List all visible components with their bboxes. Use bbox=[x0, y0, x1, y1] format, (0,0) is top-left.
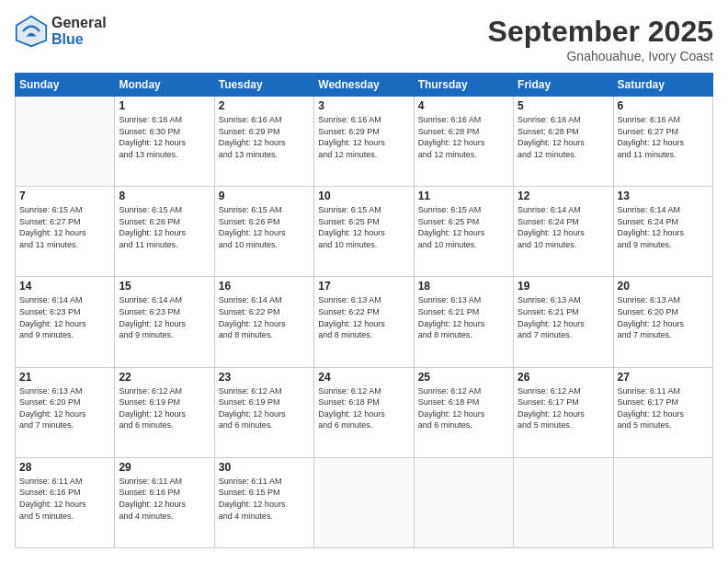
table-row: 22Sunrise: 6:12 AMSunset: 6:19 PMDayligh… bbox=[115, 367, 214, 457]
table-row bbox=[514, 457, 613, 547]
day-number: 18 bbox=[418, 280, 509, 293]
day-info: Sunrise: 6:12 AMSunset: 6:19 PMDaylight:… bbox=[119, 385, 210, 431]
logo: General Blue bbox=[15, 15, 107, 48]
table-row: 25Sunrise: 6:12 AMSunset: 6:18 PMDayligh… bbox=[414, 367, 513, 457]
day-number: 1 bbox=[119, 99, 210, 112]
table-row bbox=[314, 457, 414, 547]
day-info: Sunrise: 6:11 AMSunset: 6:16 PMDaylight:… bbox=[119, 476, 210, 522]
day-number: 5 bbox=[518, 99, 609, 112]
day-number: 12 bbox=[518, 190, 609, 202]
day-info: Sunrise: 6:11 AMSunset: 6:17 PMDaylight:… bbox=[618, 385, 709, 431]
day-number: 30 bbox=[219, 461, 310, 474]
col-thursday: Thursday bbox=[414, 74, 513, 97]
day-info: Sunrise: 6:12 AMSunset: 6:17 PMDaylight:… bbox=[518, 385, 609, 431]
table-row: 23Sunrise: 6:12 AMSunset: 6:19 PMDayligh… bbox=[214, 367, 313, 457]
table-row: 11Sunrise: 6:15 AMSunset: 6:25 PMDayligh… bbox=[414, 187, 513, 277]
table-row: 1Sunrise: 6:16 AMSunset: 6:30 PMDaylight… bbox=[115, 97, 214, 187]
location-subtitle: Gnahouahue, Ivory Coast bbox=[488, 49, 713, 63]
day-info: Sunrise: 6:14 AMSunset: 6:23 PMDaylight:… bbox=[19, 294, 110, 340]
table-row: 12Sunrise: 6:14 AMSunset: 6:24 PMDayligh… bbox=[514, 187, 613, 277]
col-sunday: Sunday bbox=[16, 74, 115, 97]
calendar-table: Sunday Monday Tuesday Wednesday Thursday… bbox=[15, 73, 713, 548]
day-number: 11 bbox=[418, 190, 509, 202]
day-number: 7 bbox=[19, 190, 110, 202]
day-number: 14 bbox=[19, 280, 110, 293]
day-number: 16 bbox=[219, 280, 310, 293]
table-row bbox=[613, 457, 712, 547]
day-number: 15 bbox=[119, 280, 210, 293]
day-number: 4 bbox=[418, 99, 509, 112]
day-info: Sunrise: 6:13 AMSunset: 6:21 PMDaylight:… bbox=[518, 294, 609, 340]
table-row: 3Sunrise: 6:16 AMSunset: 6:29 PMDaylight… bbox=[314, 97, 414, 187]
day-info: Sunrise: 6:15 AMSunset: 6:26 PMDaylight:… bbox=[219, 204, 310, 250]
col-monday: Monday bbox=[115, 74, 214, 97]
table-row bbox=[16, 97, 115, 187]
day-info: Sunrise: 6:14 AMSunset: 6:24 PMDaylight:… bbox=[618, 204, 709, 250]
col-wednesday: Wednesday bbox=[314, 74, 414, 97]
day-number: 26 bbox=[518, 371, 609, 384]
table-row: 21Sunrise: 6:13 AMSunset: 6:20 PMDayligh… bbox=[16, 367, 115, 457]
day-number: 24 bbox=[318, 371, 409, 384]
table-row: 27Sunrise: 6:11 AMSunset: 6:17 PMDayligh… bbox=[613, 367, 712, 457]
day-info: Sunrise: 6:16 AMSunset: 6:28 PMDaylight:… bbox=[518, 114, 609, 160]
day-info: Sunrise: 6:12 AMSunset: 6:18 PMDaylight:… bbox=[418, 385, 509, 431]
table-row: 24Sunrise: 6:12 AMSunset: 6:18 PMDayligh… bbox=[314, 367, 414, 457]
day-info: Sunrise: 6:12 AMSunset: 6:18 PMDaylight:… bbox=[318, 385, 409, 431]
day-number: 19 bbox=[518, 280, 609, 293]
day-number: 21 bbox=[19, 371, 110, 384]
day-info: Sunrise: 6:15 AMSunset: 6:26 PMDaylight:… bbox=[119, 204, 210, 250]
table-row: 15Sunrise: 6:14 AMSunset: 6:23 PMDayligh… bbox=[115, 277, 214, 367]
day-number: 25 bbox=[418, 371, 509, 384]
table-row: 5Sunrise: 6:16 AMSunset: 6:28 PMDaylight… bbox=[514, 97, 613, 187]
day-info: Sunrise: 6:16 AMSunset: 6:28 PMDaylight:… bbox=[418, 114, 509, 160]
table-row: 18Sunrise: 6:13 AMSunset: 6:21 PMDayligh… bbox=[414, 277, 513, 367]
logo-icon bbox=[15, 15, 48, 48]
day-info: Sunrise: 6:14 AMSunset: 6:24 PMDaylight:… bbox=[518, 204, 609, 250]
day-info: Sunrise: 6:15 AMSunset: 6:25 PMDaylight:… bbox=[318, 204, 409, 250]
day-info: Sunrise: 6:14 AMSunset: 6:23 PMDaylight:… bbox=[119, 294, 210, 340]
day-number: 13 bbox=[618, 190, 709, 202]
table-row bbox=[414, 457, 513, 547]
day-info: Sunrise: 6:16 AMSunset: 6:27 PMDaylight:… bbox=[618, 114, 709, 160]
day-info: Sunrise: 6:16 AMSunset: 6:29 PMDaylight:… bbox=[219, 114, 310, 160]
day-number: 10 bbox=[318, 190, 409, 202]
day-info: Sunrise: 6:11 AMSunset: 6:15 PMDaylight:… bbox=[219, 476, 310, 522]
day-info: Sunrise: 6:16 AMSunset: 6:30 PMDaylight:… bbox=[119, 114, 210, 160]
table-row: 16Sunrise: 6:14 AMSunset: 6:22 PMDayligh… bbox=[214, 277, 313, 367]
day-info: Sunrise: 6:13 AMSunset: 6:21 PMDaylight:… bbox=[418, 294, 509, 340]
calendar-week-row: 14Sunrise: 6:14 AMSunset: 6:23 PMDayligh… bbox=[16, 277, 713, 367]
day-number: 22 bbox=[119, 371, 210, 384]
day-number: 23 bbox=[219, 371, 310, 384]
day-number: 20 bbox=[618, 280, 709, 293]
calendar-week-row: 1Sunrise: 6:16 AMSunset: 6:30 PMDaylight… bbox=[16, 97, 713, 187]
table-row: 7Sunrise: 6:15 AMSunset: 6:27 PMDaylight… bbox=[16, 187, 115, 277]
table-row: 26Sunrise: 6:12 AMSunset: 6:17 PMDayligh… bbox=[514, 367, 613, 457]
col-friday: Friday bbox=[514, 74, 613, 97]
title-area: September 2025 Gnahouahue, Ivory Coast bbox=[488, 15, 713, 63]
table-row: 4Sunrise: 6:16 AMSunset: 6:28 PMDaylight… bbox=[414, 97, 513, 187]
table-row: 30Sunrise: 6:11 AMSunset: 6:15 PMDayligh… bbox=[214, 457, 313, 547]
table-row: 29Sunrise: 6:11 AMSunset: 6:16 PMDayligh… bbox=[115, 457, 214, 547]
day-number: 17 bbox=[318, 280, 409, 293]
day-info: Sunrise: 6:13 AMSunset: 6:20 PMDaylight:… bbox=[618, 294, 709, 340]
day-number: 29 bbox=[119, 461, 210, 474]
day-info: Sunrise: 6:15 AMSunset: 6:25 PMDaylight:… bbox=[418, 204, 509, 250]
month-title: September 2025 bbox=[488, 15, 713, 49]
table-row: 2Sunrise: 6:16 AMSunset: 6:29 PMDaylight… bbox=[214, 97, 313, 187]
table-row: 19Sunrise: 6:13 AMSunset: 6:21 PMDayligh… bbox=[514, 277, 613, 367]
col-saturday: Saturday bbox=[613, 74, 712, 97]
header: General Blue September 2025 Gnahouahue, … bbox=[15, 15, 713, 63]
day-info: Sunrise: 6:13 AMSunset: 6:22 PMDaylight:… bbox=[318, 294, 409, 340]
day-info: Sunrise: 6:15 AMSunset: 6:27 PMDaylight:… bbox=[19, 204, 110, 250]
table-row: 13Sunrise: 6:14 AMSunset: 6:24 PMDayligh… bbox=[613, 187, 712, 277]
table-row: 8Sunrise: 6:15 AMSunset: 6:26 PMDaylight… bbox=[115, 187, 214, 277]
table-row: 9Sunrise: 6:15 AMSunset: 6:26 PMDaylight… bbox=[214, 187, 313, 277]
day-info: Sunrise: 6:12 AMSunset: 6:19 PMDaylight:… bbox=[219, 385, 310, 431]
day-number: 3 bbox=[318, 99, 409, 112]
day-number: 2 bbox=[219, 99, 310, 112]
day-info: Sunrise: 6:16 AMSunset: 6:29 PMDaylight:… bbox=[318, 114, 409, 160]
page: General Blue September 2025 Gnahouahue, … bbox=[0, 0, 728, 563]
day-number: 8 bbox=[119, 190, 210, 202]
day-info: Sunrise: 6:13 AMSunset: 6:20 PMDaylight:… bbox=[19, 385, 110, 431]
day-number: 6 bbox=[618, 99, 709, 112]
